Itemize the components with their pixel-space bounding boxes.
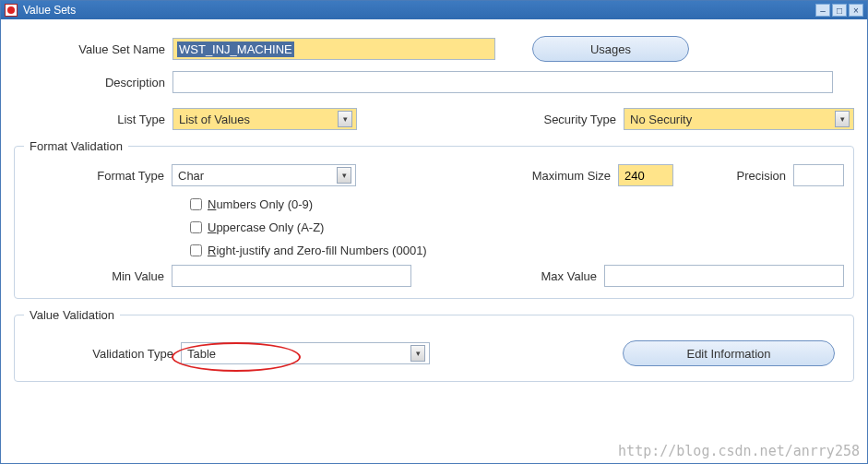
uppercase-only-row: Uppercase Only (A-Z) bbox=[186, 219, 844, 236]
format-type-select[interactable]: Char ▾ bbox=[172, 164, 356, 186]
window-title: Value Sets bbox=[23, 4, 815, 17]
format-type-label: Format Type bbox=[24, 169, 172, 183]
validation-type-label: Validation Type bbox=[24, 347, 181, 361]
maximum-size-label: Maximum Size bbox=[517, 169, 618, 183]
security-type-select[interactable]: No Security ▾ bbox=[624, 108, 854, 130]
uppercase-only-label: Uppercase Only (A-Z) bbox=[208, 220, 324, 234]
dropdown-icon: ▾ bbox=[410, 345, 425, 362]
maximize-button[interactable]: □ bbox=[832, 4, 847, 17]
value-validation-legend: Value Validation bbox=[24, 308, 120, 322]
usages-button[interactable]: Usages bbox=[532, 36, 689, 62]
format-validation-group: Format Validation Format Type Char ▾ Max… bbox=[14, 139, 854, 299]
numbers-only-row: Numbers Only (0-9) bbox=[186, 196, 844, 213]
right-justify-checkbox[interactable] bbox=[190, 244, 202, 256]
window-frame: Value Sets – □ × Value Set Name WST_INJ_… bbox=[0, 0, 868, 464]
value-set-name-value: WST_INJ_MACHINE bbox=[177, 42, 294, 57]
window-controls: – □ × bbox=[815, 4, 863, 17]
validation-type-select[interactable]: Table ▾ bbox=[181, 342, 430, 364]
numbers-only-label: Numbers Only (0-9) bbox=[208, 197, 313, 211]
right-justify-label: Right-justify and Zero-fill Numbers (000… bbox=[208, 244, 427, 257]
uppercase-only-checkbox[interactable] bbox=[190, 221, 202, 233]
min-value-label: Min Value bbox=[24, 269, 172, 283]
maximum-size-input[interactable] bbox=[618, 164, 673, 186]
list-type-select[interactable]: List of Values ▾ bbox=[172, 108, 357, 130]
precision-input[interactable] bbox=[793, 164, 844, 186]
edit-information-button[interactable]: Edit Information bbox=[623, 340, 835, 366]
list-type-label: List Type bbox=[14, 113, 172, 126]
watermark-text: http://blog.csdn.net/anrry258 bbox=[618, 443, 860, 459]
right-justify-row: Right-justify and Zero-fill Numbers (000… bbox=[186, 242, 844, 259]
security-type-label: Security Type bbox=[522, 113, 624, 126]
value-validation-group: Value Validation Validation Type Table ▾… bbox=[14, 308, 854, 382]
format-validation-legend: Format Validation bbox=[24, 139, 128, 153]
precision-label: Precision bbox=[729, 169, 793, 183]
value-set-name-input[interactable]: WST_INJ_MACHINE bbox=[172, 38, 495, 60]
close-button[interactable]: × bbox=[849, 4, 863, 17]
titlebar: Value Sets – □ × bbox=[1, 1, 867, 19]
content-area: Value Set Name WST_INJ_MACHINE Usages De… bbox=[1, 19, 867, 463]
dropdown-icon: ▾ bbox=[835, 111, 850, 127]
oracle-icon bbox=[5, 4, 18, 17]
max-value-input[interactable] bbox=[604, 265, 844, 287]
description-label: Description bbox=[14, 76, 172, 89]
description-input[interactable] bbox=[172, 71, 833, 93]
max-value-label: Max Value bbox=[512, 269, 604, 283]
min-value-input[interactable] bbox=[172, 265, 411, 287]
minimize-button[interactable]: – bbox=[815, 4, 830, 17]
value-set-name-label: Value Set Name bbox=[14, 42, 172, 56]
numbers-only-checkbox[interactable] bbox=[190, 198, 202, 210]
dropdown-icon: ▾ bbox=[337, 167, 351, 184]
dropdown-icon: ▾ bbox=[338, 111, 352, 127]
